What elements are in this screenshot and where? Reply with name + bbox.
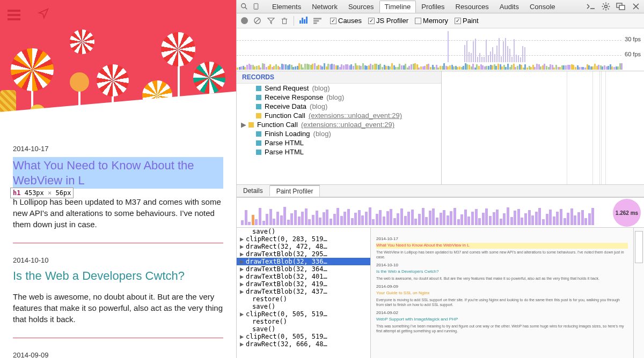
website-panel: 2014-10-17 What You Need to Know About t… [0, 0, 236, 358]
svg-line-13 [608, 4, 609, 5]
hero-banner [0, 0, 236, 139]
detail-subtabs: Details Paint Profiler [237, 184, 644, 197]
device-icon[interactable] [252, 2, 260, 11]
fps-30-label: 30 fps [625, 36, 641, 42]
post-date: 2014-09-09 [13, 351, 223, 359]
tab-elements[interactable]: Elements [267, 1, 306, 13]
svg-rect-20 [282, 19, 286, 24]
paint-op[interactable]: restore() [237, 318, 370, 325]
tab-profiles[interactable]: Profiles [416, 1, 450, 13]
tab-network[interactable]: Network [306, 1, 343, 13]
svg-point-5 [605, 5, 608, 8]
paint-op[interactable]: ▶clipRect(0, 505, 519… [237, 310, 370, 318]
preview-scrollbar[interactable] [633, 228, 644, 358]
post-date: 2014-10-10 [13, 256, 223, 264]
paint-time-bubble: 1.262 ms [613, 199, 641, 227]
paint-op[interactable]: ▶drawTextBlob(32, 295… [237, 250, 370, 258]
paint-profiler-panel: 1.262 ms save()▶clipRect(0, 283, 519…▶dr… [237, 197, 644, 358]
record-row[interactable]: Parse HTML [237, 138, 441, 147]
search-icon[interactable] [240, 2, 248, 11]
records-panel: RECORDS Send Request (blog)Receive Respo… [237, 71, 442, 184]
devtools-panel: ElementsNetworkSourcesTimelineProfilesRe… [236, 0, 644, 358]
svg-rect-25 [313, 22, 317, 24]
record-row[interactable]: Parse HTML [237, 147, 441, 156]
check-causes[interactable]: Causes [330, 17, 362, 25]
post-item: 2014-10-10 Is the Web a Developers Cwtch… [13, 251, 223, 338]
paint-preview: 2014-10-17What You Need to Know About th… [371, 228, 633, 358]
record-row[interactable]: Receive Data (blog) [237, 102, 441, 111]
dock-icon[interactable] [616, 2, 626, 11]
tab-audits[interactable]: Audits [494, 1, 524, 13]
svg-rect-15 [619, 5, 625, 10]
svg-rect-23 [313, 18, 321, 19]
paint-op[interactable]: ▶clipRect(0, 505, 519… [237, 333, 370, 340]
gear-icon[interactable] [601, 2, 611, 11]
svg-point-0 [241, 4, 246, 8]
record-row[interactable]: Function Call (extensions::unload_event:… [237, 111, 441, 120]
close-icon[interactable] [631, 2, 641, 11]
post-body: h Lollipop has been updated to M37 and c… [13, 196, 223, 230]
subtab-details[interactable]: Details [237, 185, 270, 196]
record-row[interactable]: Send Request (blog) [237, 84, 441, 93]
view-mode-flame[interactable] [313, 17, 321, 25]
record-row[interactable]: Finish Loading (blog) [237, 129, 441, 138]
svg-line-10 [603, 4, 604, 5]
post-title[interactable]: Is the Web a Developers Cwtch? [13, 268, 223, 284]
hamburger-icon[interactable] [8, 8, 23, 20]
svg-line-12 [603, 9, 604, 10]
svg-line-19 [255, 19, 260, 23]
tab-timeline[interactable]: Timeline [379, 1, 416, 13]
timeline-toolbar: CausesJS ProfilerMemoryPaint [237, 13, 644, 28]
check-paint[interactable]: Paint [455, 17, 479, 25]
fps-60-label: 60 fps [625, 51, 641, 57]
tab-resources[interactable]: Resources [450, 1, 494, 13]
post-divider [13, 338, 223, 338]
post-list: 2014-10-17 What You Need to Know About t… [0, 139, 236, 358]
flame-chart[interactable]: ▷ [442, 71, 644, 184]
trash-icon[interactable] [280, 17, 288, 25]
post-body: The web is awesome, no doubt about it. B… [13, 291, 223, 325]
paint-op[interactable]: ▶drawTextBlob(32, 401… [237, 273, 370, 280]
paint-ops-list[interactable]: save()▶clipRect(0, 283, 519…▶drawRect(32… [237, 228, 371, 358]
view-mode-bars[interactable] [299, 17, 308, 25]
svg-rect-24 [313, 20, 319, 21]
paint-op[interactable]: restore() [237, 295, 370, 303]
post-divider [13, 243, 223, 243]
svg-line-11 [608, 9, 609, 10]
paint-op[interactable]: ▶drawTextBlob(32, 336… [237, 258, 370, 265]
record-button[interactable] [241, 17, 248, 24]
clear-icon[interactable] [253, 17, 261, 25]
check-js-profiler[interactable]: JS Profiler [368, 17, 408, 25]
nav-arrow-icon[interactable] [38, 8, 53, 20]
fps-overview[interactable]: 30 fps 60 fps [237, 28, 644, 71]
paint-op[interactable]: ▶clipRect(0, 283, 519… [237, 235, 370, 243]
paint-op[interactable]: save() [237, 325, 370, 333]
record-row[interactable]: ▶Function Call (extensions::unload_event… [237, 120, 441, 129]
paint-op[interactable]: ▶drawTextBlob(32, 419… [237, 280, 370, 288]
subtab-paint-profiler[interactable]: Paint Profiler [270, 185, 320, 197]
filter-icon[interactable] [267, 17, 275, 25]
paint-op[interactable]: save() [237, 303, 370, 310]
svg-point-3 [255, 8, 256, 9]
paint-cost-chart[interactable]: 1.262 ms [237, 198, 644, 228]
check-memory[interactable]: Memory [415, 17, 448, 25]
drawer-icon[interactable] [586, 2, 596, 11]
paint-op[interactable]: ▶drawRect(32, 666, 48… [237, 340, 370, 348]
devtools-tabbar: ElementsNetworkSourcesTimelineProfilesRe… [237, 0, 644, 13]
record-row[interactable]: Receive Response (blog) [237, 93, 441, 102]
records-header: RECORDS [237, 71, 441, 84]
post-item: 2014-09-09 Your Guide to SSL on Nginx Ev… [13, 346, 223, 359]
post-title[interactable]: What You Need to Know About the WebView … [13, 157, 223, 189]
paint-op[interactable]: ▶drawTextBlob(32, 364… [237, 265, 370, 273]
tab-sources[interactable]: Sources [343, 1, 379, 13]
svg-line-1 [245, 8, 247, 10]
paint-op[interactable]: save() [237, 228, 370, 235]
tab-console[interactable]: Console [524, 1, 561, 13]
paint-op[interactable]: ▶drawRect(32, 472, 48… [237, 243, 370, 250]
post-date: 2014-10-17 [13, 145, 223, 153]
paint-op[interactable]: ▶drawTextBlob(32, 437… [237, 288, 370, 295]
element-tooltip: h1 453px × 56px [10, 188, 74, 198]
